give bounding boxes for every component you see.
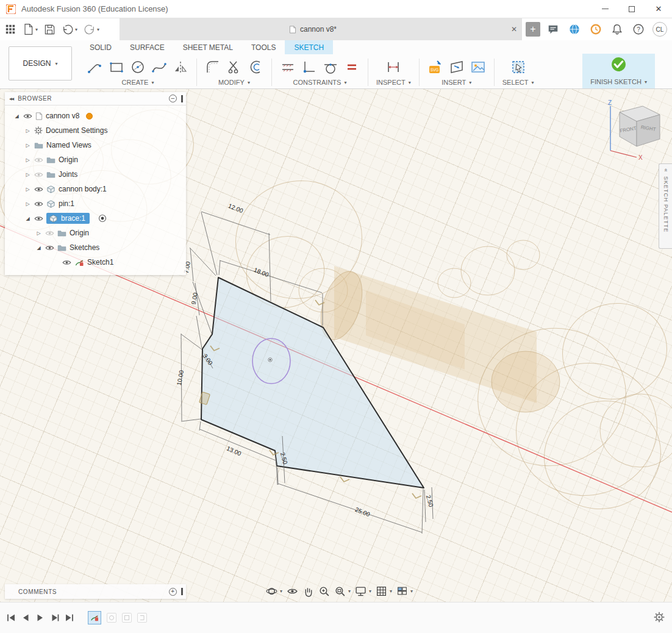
modify-dropdown[interactable]: MODIFY▾ (218, 79, 250, 86)
tab-sketch[interactable]: SKETCH (285, 40, 333, 54)
expand-arrow-icon[interactable]: ▷ (24, 128, 31, 134)
activate-component-radio[interactable] (98, 214, 107, 223)
item-label[interactable]: Sketch1 (87, 258, 113, 266)
timeline-feature-ghost[interactable] (122, 613, 132, 623)
mirror-tool-icon[interactable] (173, 59, 188, 75)
coincident-constraint-icon[interactable] (301, 59, 317, 75)
orbit-button[interactable]: ▾ (266, 585, 282, 597)
expand-arrow-icon[interactable]: ▷ (24, 201, 31, 207)
fillet-tool-icon[interactable] (205, 59, 221, 75)
inspect-dropdown[interactable]: INSPECT▾ (376, 79, 411, 86)
browser-item-joints[interactable]: ▷ Joints (5, 167, 186, 182)
visibility-eye-off-icon[interactable] (34, 171, 43, 178)
item-label[interactable]: pin:1 (59, 199, 74, 208)
document-tab[interactable]: cannon v8* (120, 18, 506, 40)
browser-item-origin[interactable]: ▷ Origin (5, 152, 186, 167)
item-label[interactable]: cannon body:1 (59, 185, 107, 193)
insert-canvas-icon[interactable] (470, 59, 486, 75)
expand-arrow-icon[interactable]: ▷ (24, 172, 31, 177)
browser-item-brace-selected[interactable]: ◢ brace:1 (5, 211, 186, 226)
pan-button[interactable] (302, 585, 314, 597)
workspace-selector[interactable]: DESIGN ▾ (9, 46, 72, 80)
item-label[interactable]: Document Settings (46, 126, 107, 135)
item-label[interactable]: Origin (70, 229, 89, 237)
notifications-button[interactable] (610, 22, 624, 37)
expand-arrow-icon[interactable]: ▷ (35, 231, 42, 236)
browser-item-cannon-v8[interactable]: ◢ cannon v8 (5, 109, 186, 123)
timeline-feature-ghost[interactable] (137, 613, 147, 623)
help-button[interactable]: ? (631, 22, 646, 37)
spline-tool-icon[interactable] (151, 59, 167, 75)
item-label[interactable]: Joints (59, 170, 77, 179)
select-tool-icon[interactable] (510, 59, 526, 75)
comments-drag-handle[interactable] (181, 588, 183, 595)
expand-arrow-icon[interactable]: ▷ (24, 187, 31, 192)
expand-arrow-icon[interactable]: ▷ (24, 157, 31, 163)
browser-item-cannon-body[interactable]: ▷ cannon body:1 (5, 182, 186, 196)
trim-tool-icon[interactable] (226, 59, 242, 75)
model-canvas[interactable]: 12.00 18.00 7.00 9.00 3.00 10.00 13.00 2… (0, 89, 672, 602)
tab-surface[interactable]: SURFACE (121, 40, 174, 54)
browser-collapse-button[interactable]: – (169, 95, 177, 102)
comments-bubble-button[interactable] (546, 22, 560, 37)
web-sync-button[interactable] (567, 22, 582, 37)
expand-arrow-icon[interactable]: ◢ (13, 113, 20, 119)
browser-item-sketch1[interactable]: Sketch1 (5, 255, 186, 270)
tab-solid[interactable]: SOLID (80, 40, 121, 54)
undo-button[interactable]: ▾ (60, 23, 79, 37)
viewports-button[interactable]: ▾ (396, 585, 413, 597)
expand-arrow-icon[interactable]: ◢ (35, 245, 42, 251)
display-settings-button[interactable]: ▾ (355, 585, 371, 597)
minimize-button[interactable] (592, 0, 618, 18)
browser-item-brace-origin[interactable]: ▷ Origin (5, 226, 186, 240)
horizontal-vertical-constraint-icon[interactable] (280, 59, 296, 75)
browser-drag-handle[interactable] (181, 95, 183, 102)
timeline-feature-ghost[interactable] (107, 613, 116, 623)
item-label[interactable]: cannon v8 (46, 112, 79, 120)
expand-arrow-icon[interactable]: ◢ (24, 216, 31, 221)
visibility-eye-icon[interactable] (34, 186, 43, 193)
item-label[interactable]: Sketches (70, 243, 99, 252)
maximize-button[interactable] (618, 0, 645, 18)
cube-faces[interactable]: FRONT RIGHT (620, 106, 660, 146)
circle-tool-icon[interactable] (130, 59, 146, 75)
tab-tools[interactable]: TOOLS (242, 40, 285, 54)
visibility-eye-icon[interactable] (34, 201, 43, 207)
insert-svg-icon[interactable]: SVG (427, 59, 443, 75)
look-at-button[interactable] (287, 585, 298, 597)
new-document-tab-button[interactable]: + (526, 22, 540, 37)
redo-button[interactable]: ▾ (82, 23, 101, 37)
visibility-eye-icon[interactable] (45, 245, 54, 251)
visibility-eye-icon[interactable] (23, 113, 32, 120)
fit-button[interactable]: ▾ (334, 585, 351, 597)
comments-expand-button[interactable]: + (169, 588, 177, 596)
view-cube[interactable]: Z X FRONT RIGHT (602, 99, 670, 165)
visibility-eye-icon[interactable] (62, 259, 71, 266)
timeline-skip-end-button[interactable] (62, 610, 77, 625)
item-label[interactable]: Origin (59, 156, 78, 164)
browser-item-sketches[interactable]: ◢ Sketches (5, 240, 186, 255)
insert-decal-icon[interactable] (449, 59, 465, 75)
item-label[interactable]: Named Views (46, 141, 91, 149)
close-button[interactable]: ✕ (645, 0, 672, 18)
account-avatar[interactable]: CL (652, 22, 667, 37)
grid-snap-button[interactable]: ▾ (376, 585, 392, 597)
comments-bar[interactable]: COMMENTS + (5, 584, 186, 599)
insert-dropdown[interactable]: INSERT▾ (441, 79, 471, 86)
document-tab-close-button[interactable]: ✕ (506, 25, 522, 34)
finish-sketch-button[interactable]: FINISH SKETCH▾ (582, 54, 655, 88)
offset-tool-icon[interactable] (248, 59, 263, 75)
select-dropdown[interactable]: SELECT▾ (502, 79, 534, 86)
app-grid-button[interactable] (4, 23, 17, 36)
tab-sheet-metal[interactable]: SHEET METAL (174, 40, 242, 54)
panel-collapse-icon[interactable]: ◀◀ (9, 96, 13, 101)
equal-constraint-icon[interactable] (344, 59, 360, 75)
visibility-eye-icon[interactable] (34, 215, 43, 222)
tangent-constraint-icon[interactable] (323, 59, 338, 75)
file-menu-button[interactable]: ▾ (21, 21, 39, 37)
timeline-step-forward-button[interactable] (48, 610, 62, 625)
create-dropdown[interactable]: CREATE▾ (122, 79, 154, 86)
timeline-feature-active-sketch[interactable] (88, 611, 101, 624)
timeline-play-button[interactable] (33, 610, 48, 625)
browser-item-named-views[interactable]: ▷ Named Views (5, 138, 186, 152)
